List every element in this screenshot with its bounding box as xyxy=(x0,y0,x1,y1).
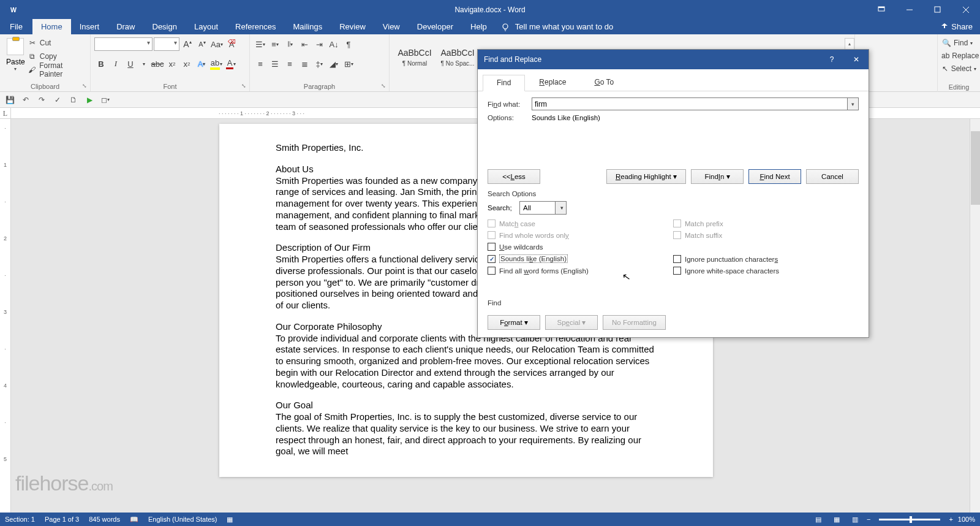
tab-goto[interactable]: Go To xyxy=(580,74,628,91)
search-direction-select[interactable]: All▾ xyxy=(519,201,567,215)
justify-button[interactable]: ≣ xyxy=(298,57,311,71)
find-next-button[interactable]: Find Next xyxy=(748,169,801,184)
vertical-ruler[interactable]: ·1·2·3·4·5 xyxy=(0,119,11,513)
ignore-punctuation-checkbox[interactable]: Ignore punctuation characters xyxy=(673,255,859,263)
bullets-button[interactable]: ☰▾ xyxy=(254,37,267,51)
dialog-help-button[interactable]: ? xyxy=(820,50,844,69)
tab-developer[interactable]: Developer xyxy=(409,19,462,34)
less-button[interactable]: << Less xyxy=(488,169,540,184)
word-forms-checkbox[interactable]: Find all word forms (English) xyxy=(488,267,673,275)
tab-references[interactable]: References xyxy=(227,19,284,34)
decrease-indent-button[interactable]: ⇤ xyxy=(298,37,311,51)
superscript-button[interactable]: x2 xyxy=(180,57,194,71)
share-button[interactable]: Share xyxy=(940,22,973,31)
undo-icon[interactable]: ↶ xyxy=(19,94,32,106)
find-what-dropdown[interactable]: ▾ xyxy=(848,97,859,110)
copy-button[interactable]: ⧉Copy xyxy=(28,50,86,63)
wildcards-checkbox[interactable]: Use wildcards xyxy=(488,243,673,251)
ignore-whitespace-checkbox[interactable]: Ignore white-space characters xyxy=(673,267,859,275)
shading-button[interactable]: ◢▾ xyxy=(327,57,341,71)
minimize-button[interactable] xyxy=(895,0,924,19)
status-page[interactable]: Page 1 of 3 xyxy=(45,516,79,523)
style-normal[interactable]: AaBbCcI ¶ Normal xyxy=(393,39,436,75)
tell-me-search[interactable]: Tell me what you want to do xyxy=(500,22,613,32)
align-left-button[interactable]: ≡ xyxy=(254,57,267,71)
paste-button[interactable]: Paste ▾ xyxy=(4,36,28,76)
tab-review[interactable]: Review xyxy=(331,19,374,34)
tab-home[interactable]: Home xyxy=(32,19,71,34)
status-words[interactable]: 845 words xyxy=(89,516,120,523)
tab-find[interactable]: Find xyxy=(483,75,525,91)
strikethrough-button[interactable]: abc xyxy=(151,57,164,71)
multilevel-list-button[interactable]: ⦀▾ xyxy=(283,37,296,51)
tab-draw[interactable]: Draw xyxy=(108,19,143,34)
borders-button[interactable]: ⊞▾ xyxy=(342,57,355,71)
tab-view[interactable]: View xyxy=(374,19,409,34)
increase-indent-button[interactable]: ⇥ xyxy=(312,37,326,51)
web-layout-icon[interactable]: ▥ xyxy=(848,514,862,525)
tab-help[interactable]: Help xyxy=(462,19,496,34)
show-marks-button[interactable]: ¶ xyxy=(342,37,355,51)
grow-font-button[interactable]: A▴ xyxy=(181,37,194,51)
numbering-button[interactable]: ≡▾ xyxy=(268,37,282,51)
play-icon[interactable]: ▶ xyxy=(83,94,96,106)
font-size-combo[interactable] xyxy=(154,37,179,51)
cancel-button[interactable]: Cancel xyxy=(806,169,859,184)
close-button[interactable] xyxy=(952,0,980,19)
reading-highlight-button[interactable]: Reading Highlight ▾ xyxy=(606,169,686,184)
align-right-button[interactable]: ≡ xyxy=(283,57,296,71)
read-mode-icon[interactable]: ▤ xyxy=(812,514,825,525)
find-in-button[interactable]: Find In ▾ xyxy=(691,169,744,184)
status-language[interactable]: English (United States) xyxy=(148,516,217,523)
italic-button[interactable]: I xyxy=(109,57,123,71)
zoom-in-button[interactable]: + xyxy=(949,516,952,523)
subscript-button[interactable]: x2 xyxy=(165,57,179,71)
tab-mailings[interactable]: Mailings xyxy=(285,19,331,34)
new-doc-icon[interactable]: 🗋 xyxy=(67,94,80,106)
stop-icon[interactable]: ◻▾ xyxy=(99,94,112,106)
dialog-close-button[interactable]: ✕ xyxy=(844,50,869,69)
vertical-scrollbar[interactable] xyxy=(970,119,980,513)
font-color-button[interactable]: A▾ xyxy=(224,57,238,71)
highlight-button[interactable]: ab▾ xyxy=(209,57,223,71)
style-no-spacing[interactable]: AaBbCcI ¶ No Spac... xyxy=(436,39,479,75)
format-painter-button[interactable]: 🖌Format Painter xyxy=(28,64,86,76)
tab-design[interactable]: Design xyxy=(144,19,186,34)
save-icon[interactable]: 💾 xyxy=(3,94,17,106)
find-what-input[interactable] xyxy=(532,97,848,110)
line-spacing-button[interactable]: ‡▾ xyxy=(312,57,326,71)
print-layout-icon[interactable]: ▦ xyxy=(830,514,843,525)
bold-button[interactable]: B xyxy=(94,57,108,71)
scroll-thumb[interactable] xyxy=(971,131,980,205)
tab-file[interactable]: File xyxy=(0,19,32,34)
clear-formatting-button[interactable]: A⌫ xyxy=(225,37,238,51)
status-section[interactable]: Section: 1 xyxy=(5,516,35,523)
cut-button[interactable]: ✂Cut xyxy=(28,37,86,49)
align-center-button[interactable]: ☰ xyxy=(268,57,282,71)
zoom-level[interactable]: 100% xyxy=(958,516,975,523)
shrink-font-button[interactable]: A▾ xyxy=(195,37,209,51)
font-name-combo[interactable] xyxy=(94,37,153,51)
zoom-slider[interactable] xyxy=(879,519,940,520)
sounds-like-checkbox[interactable]: Sounds like (English) xyxy=(488,254,673,263)
tab-replace[interactable]: Replace xyxy=(525,74,580,91)
format-button[interactable]: Format ▾ xyxy=(488,315,540,330)
check-icon[interactable]: ✓ xyxy=(51,94,64,106)
redo-icon[interactable]: ↷ xyxy=(35,94,48,106)
text-effects-button[interactable]: A▾ xyxy=(195,57,208,71)
paragraph-launcher[interactable]: ⤡ xyxy=(380,82,387,90)
select-button[interactable]: ↖Select ▾ xyxy=(941,63,976,75)
tab-insert[interactable]: Insert xyxy=(71,19,108,34)
underline-button[interactable]: U xyxy=(124,57,137,71)
clipboard-launcher[interactable]: ⤡ xyxy=(81,82,88,90)
find-button[interactable]: 🔍Find ▾ xyxy=(941,37,976,49)
underline-dropdown[interactable]: ▾ xyxy=(138,57,149,71)
zoom-out-button[interactable]: − xyxy=(867,516,870,523)
dialog-title-bar[interactable]: Find and Replace ? ✕ xyxy=(478,50,869,69)
replace-button[interactable]: abReplace xyxy=(941,50,976,62)
status-macro-icon[interactable]: ▦ xyxy=(227,516,233,524)
ribbon-display-options-icon[interactable] xyxy=(867,0,895,19)
status-proofing-icon[interactable]: 📖 xyxy=(130,516,138,524)
change-case-button[interactable]: Aa▾ xyxy=(210,37,224,51)
tab-layout[interactable]: Layout xyxy=(186,19,227,34)
